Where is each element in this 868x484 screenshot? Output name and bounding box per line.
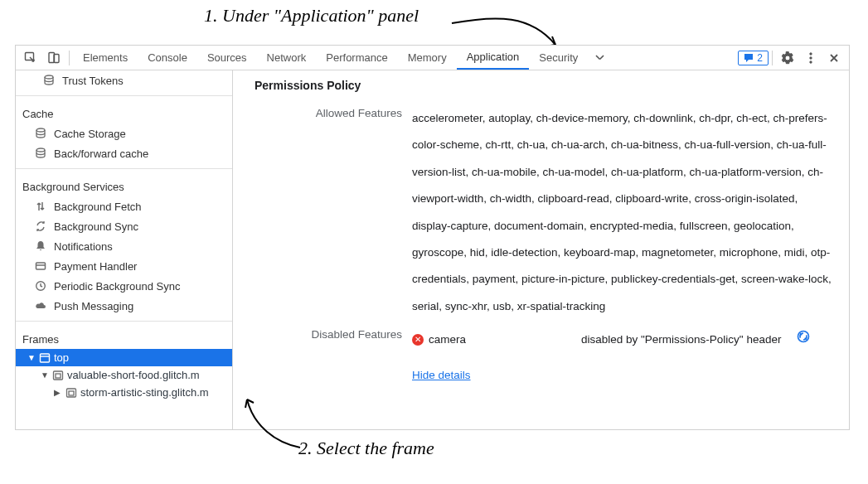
sidebar-item-back-forward-cache[interactable]: Back/forward cache	[16, 143, 232, 163]
sidebar-item-label: Trust Tokens	[62, 75, 124, 87]
disabled-features-row: Disabled Features ✕ camera disabled by "…	[255, 323, 836, 392]
database-icon	[34, 147, 47, 160]
sidebar-group-cache: Cache	[16, 101, 232, 123]
cloud-icon	[34, 299, 47, 312]
sidebar-item-label: Periodic Background Sync	[54, 280, 180, 293]
frame-row-child[interactable]: ▼ valuable-short-food.glitch.m	[16, 366, 232, 384]
disabled-features-label: Disabled Features	[255, 327, 412, 341]
svg-point-5	[810, 60, 812, 62]
reload-button[interactable]	[797, 327, 810, 353]
svg-rect-15	[69, 391, 74, 395]
sidebar-item-notifications[interactable]: Notifications	[16, 236, 232, 256]
annotation-step-1: 1. Under "Application" panel	[204, 5, 419, 27]
device-mode-button[interactable]	[42, 47, 65, 69]
sidebar-item-label: Notifications	[54, 240, 113, 253]
sidebar-item-label: Background Fetch	[54, 201, 142, 213]
allowed-features-row: Allowed Features accelerometer, autoplay…	[255, 102, 836, 323]
sidebar-item-bg-fetch[interactable]: Background Fetch	[16, 196, 232, 216]
tab-network[interactable]: Network	[257, 46, 317, 70]
kebab-menu-button[interactable]	[799, 47, 822, 69]
sidebar-item-label: Push Messaging	[54, 300, 133, 312]
credit-card-icon	[34, 259, 47, 273]
error-icon: ✕	[412, 334, 424, 346]
permissions-policy-panel: Permissions Policy Allowed Features acce…	[233, 70, 849, 429]
allowed-features-label: Allowed Features	[255, 105, 412, 119]
svg-point-8	[36, 148, 45, 152]
sidebar-item-payment[interactable]: Payment Handler	[16, 256, 232, 276]
messages-badge[interactable]: 2	[738, 51, 769, 65]
disclosure-triangle-icon: ▶	[54, 388, 62, 397]
svg-point-4	[810, 56, 812, 58]
svg-point-3	[810, 52, 812, 54]
settings-button[interactable]	[776, 47, 799, 69]
close-devtools-button[interactable]	[822, 47, 846, 69]
iframe-icon	[65, 387, 77, 399]
divider	[16, 168, 232, 169]
tab-console[interactable]: Console	[138, 46, 197, 70]
overflow-tabs-button[interactable]	[588, 47, 611, 69]
divider	[772, 51, 773, 65]
sidebar-item-label: Payment Handler	[54, 260, 137, 273]
database-icon	[42, 74, 56, 87]
database-icon	[34, 127, 47, 140]
sidebar-item-bg-sync[interactable]: Background Sync	[16, 216, 232, 236]
frame-name: storm-artistic-sting.glitch.m	[80, 386, 209, 399]
sidebar-item-label: Back/forward cache	[54, 148, 148, 160]
tab-memory[interactable]: Memory	[398, 46, 457, 70]
svg-rect-9	[36, 263, 46, 269]
tab-elements[interactable]: Elements	[73, 46, 138, 70]
clock-icon	[34, 279, 47, 293]
frame-row-top[interactable]: ▼ top	[16, 349, 232, 366]
panel-heading: Permissions Policy	[255, 79, 836, 92]
svg-rect-11	[41, 354, 50, 362]
svg-point-6	[45, 75, 53, 79]
allowed-features-value: accelerometer, autoplay, ch-device-memor…	[412, 105, 836, 320]
disabled-feature-name: camera	[429, 327, 466, 353]
disclosure-triangle-icon: ▼	[41, 370, 49, 380]
sync-icon	[34, 220, 47, 233]
divider	[16, 321, 232, 322]
inspect-button[interactable]	[19, 47, 42, 69]
svg-point-7	[36, 128, 45, 132]
tab-application[interactable]: Application	[457, 46, 530, 70]
disabled-feature-reason: disabled by "Permissions-Policy" header	[581, 327, 797, 353]
application-sidebar: Trust Tokens Cache Cache Storage Back/fo…	[16, 70, 233, 429]
divider	[16, 95, 232, 96]
sidebar-item-push[interactable]: Push Messaging	[16, 296, 232, 316]
frame-name: top	[54, 351, 69, 364]
sidebar-item-periodic-sync[interactable]: Periodic Background Sync	[16, 276, 232, 296]
sidebar-group-frames: Frames	[16, 327, 232, 349]
frame-row-child[interactable]: ▶ storm-artistic-sting.glitch.m	[16, 384, 232, 401]
messages-count: 2	[757, 52, 763, 64]
sidebar-item-label: Cache Storage	[54, 128, 126, 140]
bell-icon	[34, 240, 47, 253]
toolbar: Elements Console Sources Network Perform…	[16, 46, 849, 70]
tab-security[interactable]: Security	[529, 46, 588, 70]
sidebar-item-label: Background Sync	[54, 220, 138, 233]
sidebar-item-trust-tokens[interactable]: Trust Tokens	[16, 70, 232, 90]
divider	[69, 51, 70, 65]
svg-rect-13	[56, 374, 61, 378]
frame-name: valuable-short-food.glitch.m	[67, 369, 200, 381]
window-icon	[39, 352, 51, 364]
disclosure-triangle-icon: ▼	[27, 353, 36, 362]
tab-strip: Elements Console Sources Network Perform…	[73, 46, 611, 70]
iframe-icon	[52, 370, 64, 381]
devtools-window: Elements Console Sources Network Perform…	[15, 45, 850, 430]
hide-details-link[interactable]: Hide details	[412, 369, 471, 381]
annotation-step-2: 2. Select the frame	[298, 438, 434, 459]
tab-performance[interactable]: Performance	[316, 46, 397, 70]
sidebar-group-background: Background Services	[16, 174, 232, 196]
arrows-vertical-icon	[34, 200, 47, 213]
tab-sources[interactable]: Sources	[197, 46, 257, 70]
sidebar-item-cache-storage[interactable]: Cache Storage	[16, 123, 232, 143]
